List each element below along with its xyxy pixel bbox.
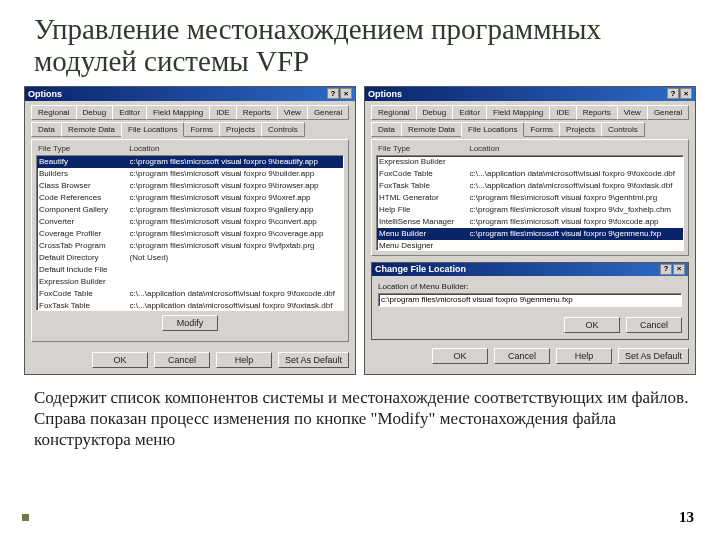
cell-location: c:\...\application data\microsoft\visual…: [130, 288, 341, 300]
titlebar-left: Options ? ×: [25, 87, 355, 101]
help-icon[interactable]: ?: [667, 88, 679, 99]
cell-location: [470, 156, 681, 168]
close-icon[interactable]: ×: [340, 88, 352, 99]
cell-filetype: Converter: [39, 216, 130, 228]
tab-forms[interactable]: Forms: [183, 122, 220, 137]
cell-filetype: FoxCode Table: [379, 168, 470, 180]
file-list-right[interactable]: Expression BuilderFoxCode Tablec:\...\ap…: [376, 155, 684, 251]
tab-debug[interactable]: Debug: [76, 105, 114, 120]
tab-controls[interactable]: Controls: [261, 122, 305, 137]
cell-filetype: Component Gallery: [39, 204, 130, 216]
list-item[interactable]: Menu Builderc:\program files\microsoft v…: [377, 228, 683, 240]
tab-file-locations[interactable]: File Locations: [121, 122, 184, 137]
tab-remote-data[interactable]: Remote Data: [61, 122, 122, 137]
cell-location: c:\...\application data\microsoft\visual…: [470, 168, 681, 180]
tab-data[interactable]: Data: [371, 122, 402, 137]
tab-editor[interactable]: Editor: [452, 105, 487, 120]
tab-regional[interactable]: Regional: [31, 105, 77, 120]
list-item[interactable]: Component Galleryc:\program files\micros…: [37, 204, 343, 216]
cell-location: c:\program files\microsoft visual foxpro…: [130, 180, 341, 192]
modify-button[interactable]: Modify: [162, 315, 218, 331]
set-default-button[interactable]: Set As Default: [618, 348, 689, 364]
cancel-button[interactable]: Cancel: [494, 348, 550, 364]
list-item[interactable]: Converterc:\program files\microsoft visu…: [37, 216, 343, 228]
list-item[interactable]: Beautifyc:\program files\microsoft visua…: [37, 156, 343, 168]
list-item[interactable]: Coverage Profilerc:\program files\micros…: [37, 228, 343, 240]
list-item[interactable]: FoxTask Tablec:\...\application data\mic…: [377, 180, 683, 192]
close-icon[interactable]: ×: [673, 264, 685, 275]
list-item[interactable]: HTML Generatorc:\program files\microsoft…: [377, 192, 683, 204]
list-item[interactable]: Default Include File: [37, 264, 343, 276]
cell-location: [470, 240, 681, 251]
tab-ide[interactable]: IDE: [209, 105, 236, 120]
tab-field-mapping[interactable]: Field Mapping: [146, 105, 210, 120]
list-item[interactable]: Code Referencesc:\program files\microsof…: [37, 192, 343, 204]
help-button[interactable]: Help: [216, 352, 272, 368]
tab-general[interactable]: General: [307, 105, 349, 120]
tab-field-mapping[interactable]: Field Mapping: [486, 105, 550, 120]
slide-title: Управление местонахождением программных …: [0, 0, 720, 80]
list-item[interactable]: Buildersc:\program files\microsoft visua…: [37, 168, 343, 180]
tab-view[interactable]: View: [617, 105, 648, 120]
modify-row: Modify: [36, 311, 344, 337]
cell-filetype: Default Include File: [39, 264, 130, 276]
tab-projects[interactable]: Projects: [559, 122, 602, 137]
cell-location: c:\program files\microsoft visual foxpro…: [130, 228, 341, 240]
help-icon[interactable]: ?: [660, 264, 672, 275]
set-default-button[interactable]: Set As Default: [278, 352, 349, 368]
list-item[interactable]: Menu Designer: [377, 240, 683, 251]
ok-button[interactable]: OK: [432, 348, 488, 364]
tab-editor[interactable]: Editor: [112, 105, 147, 120]
tab-projects[interactable]: Projects: [219, 122, 262, 137]
cell-filetype: Help File: [379, 204, 470, 216]
cell-filetype: Code References: [39, 192, 130, 204]
list-item[interactable]: Default Directory(Not Used): [37, 252, 343, 264]
tab-forms[interactable]: Forms: [523, 122, 560, 137]
tab-reports[interactable]: Reports: [576, 105, 618, 120]
tab-file-locations[interactable]: File Locations: [461, 122, 524, 137]
panels-wrap: Options ? × RegionalDebugEditorField Map…: [0, 80, 720, 379]
dialog-buttons-left: OK Cancel Help Set As Default: [25, 348, 355, 374]
cell-filetype: Builders: [39, 168, 130, 180]
tab-reports[interactable]: Reports: [236, 105, 278, 120]
tab-general[interactable]: General: [647, 105, 689, 120]
list-item[interactable]: Expression Builder: [37, 276, 343, 288]
help-icon[interactable]: ?: [327, 88, 339, 99]
cell-filetype: Default Directory: [39, 252, 130, 264]
tab-controls[interactable]: Controls: [601, 122, 645, 137]
cell-location: c:\program files\microsoft visual foxpro…: [470, 204, 681, 216]
tab-debug[interactable]: Debug: [416, 105, 454, 120]
location-input[interactable]: [378, 293, 682, 307]
list-item[interactable]: FoxTask Tablec:\...\application data\mic…: [37, 300, 343, 311]
tab-data[interactable]: Data: [31, 122, 62, 137]
list-item[interactable]: Help Filec:\program files\microsoft visu…: [377, 204, 683, 216]
list-item[interactable]: FoxCode Tablec:\...\application data\mic…: [37, 288, 343, 300]
col-header-location: Location: [469, 144, 682, 153]
cancel-button[interactable]: Cancel: [154, 352, 210, 368]
cell-location: (Not Used): [130, 252, 341, 264]
cell-location: c:\program files\microsoft visual foxpro…: [470, 192, 681, 204]
sub-ok-button[interactable]: OK: [564, 317, 620, 333]
cell-filetype: Coverage Profiler: [39, 228, 130, 240]
list-item[interactable]: Expression Builder: [377, 156, 683, 168]
tab-regional[interactable]: Regional: [371, 105, 417, 120]
sub-cancel-button[interactable]: Cancel: [626, 317, 682, 333]
tab-ide[interactable]: IDE: [549, 105, 576, 120]
list-item[interactable]: CrossTab Programc:\program files\microso…: [37, 240, 343, 252]
bullet-icon: [22, 514, 29, 521]
help-button[interactable]: Help: [556, 348, 612, 364]
cell-location: c:\...\application data\microsoft\visual…: [130, 300, 341, 311]
cell-filetype: IntelliSense Manager: [379, 216, 470, 228]
list-item[interactable]: FoxCode Tablec:\...\application data\mic…: [377, 168, 683, 180]
content-right: File Type Location Expression BuilderFox…: [371, 139, 689, 256]
file-list-left[interactable]: Beautifyc:\program files\microsoft visua…: [36, 155, 344, 311]
list-item[interactable]: IntelliSense Managerc:\program files\mic…: [377, 216, 683, 228]
close-icon[interactable]: ×: [680, 88, 692, 99]
cell-filetype: Menu Builder: [379, 228, 470, 240]
list-item[interactable]: Class Browserc:\program files\microsoft …: [37, 180, 343, 192]
cell-location: c:\program files\microsoft visual foxpro…: [130, 216, 341, 228]
tab-remote-data[interactable]: Remote Data: [401, 122, 462, 137]
ok-button[interactable]: OK: [92, 352, 148, 368]
cell-location: c:\program files\microsoft visual foxpro…: [130, 240, 341, 252]
tab-view[interactable]: View: [277, 105, 308, 120]
